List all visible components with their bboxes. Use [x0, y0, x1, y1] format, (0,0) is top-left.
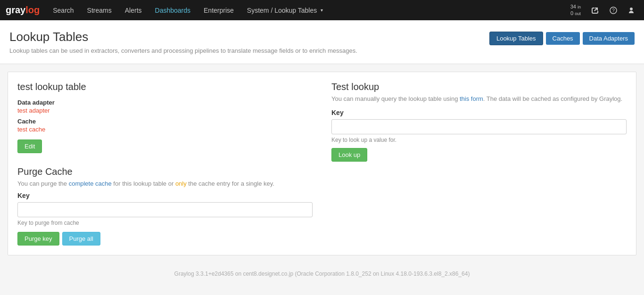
- cache-label: Cache: [17, 118, 313, 125]
- purge-key-input[interactable]: [17, 202, 313, 217]
- nav-dropdown-icon: ▾: [321, 8, 323, 13]
- key-label: Key: [331, 109, 627, 116]
- svg-text:?: ?: [612, 8, 615, 13]
- purge-desc: You can purge the complete cache for thi…: [17, 180, 313, 187]
- cache-section: Cache test cache: [17, 118, 313, 133]
- purge-desc-middle: for this lookup table or: [112, 180, 175, 187]
- nav-dashboards[interactable]: Dashboards: [149, 0, 197, 20]
- footer: Graylog 3.3.1+e2d4365 on cent8.designet.…: [0, 263, 644, 285]
- data-adapters-button[interactable]: Data Adapters: [583, 32, 635, 45]
- nav-search[interactable]: Search: [47, 0, 79, 20]
- header-text: Lookup Tables Lookup tables can be used …: [9, 30, 357, 54]
- navbar-left: graylog Search Streams Alerts Dashboards…: [6, 0, 329, 20]
- nav-counter: 34 in 0 out: [570, 4, 581, 16]
- lookup-desc-prefix: You can manually query the lookup table …: [331, 95, 460, 102]
- logo-log-text: log: [25, 5, 40, 16]
- content-panel: test lookup table Data adapter test adap…: [8, 72, 636, 255]
- purge-desc-suffix: the cache entry for a single key.: [187, 180, 274, 187]
- help-icon[interactable]: ?: [606, 3, 620, 17]
- footer-text: Graylog 3.3.1+e2d4365 on cent8.designet.…: [174, 270, 470, 277]
- right-column: Test lookup You can manually query the l…: [331, 82, 627, 246]
- header-buttons: Lookup Tables Caches Data Adapters: [489, 32, 635, 45]
- purge-cache-section: Purge Cache You can purge the complete c…: [17, 166, 313, 246]
- nav-enterprise[interactable]: Enterprise: [198, 0, 239, 20]
- data-adapter-value[interactable]: test adapter: [17, 107, 313, 114]
- page-header: Lookup Tables Lookup tables can be used …: [0, 20, 644, 64]
- external-link-icon[interactable]: [588, 3, 603, 17]
- navbar: graylog Search Streams Alerts Dashboards…: [0, 0, 644, 20]
- counter-in: 34 in: [570, 4, 581, 10]
- navbar-right: 34 in 0 out ?: [570, 3, 638, 17]
- lookup-key-hint: Key to look up a value for.: [331, 137, 627, 143]
- purge-key-label: Key: [17, 192, 313, 199]
- lookup-tables-button[interactable]: Lookup Tables: [489, 32, 543, 45]
- purge-only-text: only: [175, 180, 187, 187]
- purge-complete-link[interactable]: complete cache: [69, 180, 112, 187]
- edit-button-wrap: Edit: [17, 139, 313, 153]
- purge-all-button[interactable]: Purge all: [62, 232, 100, 246]
- logo-gray-text: gray: [6, 5, 25, 16]
- test-lookup-desc: You can manually query the lookup table …: [331, 95, 627, 102]
- main-content: test lookup table Data adapter test adap…: [0, 64, 644, 263]
- lookup-table-title: test lookup table: [17, 82, 313, 92]
- nav-alerts[interactable]: Alerts: [119, 0, 148, 20]
- two-col-layout: test lookup table Data adapter test adap…: [17, 82, 627, 246]
- purge-key-button[interactable]: Purge key: [17, 232, 59, 246]
- nav-system-label: System / Lookup Tables: [247, 7, 317, 14]
- page-subtitle: Lookup tables can be used in extractors,…: [9, 47, 357, 54]
- purge-buttons: Purge key Purge all: [17, 232, 313, 246]
- lookup-key-input[interactable]: [331, 119, 627, 134]
- purge-key-hint: Key to purge from cache: [17, 220, 313, 226]
- test-lookup-title: Test lookup: [331, 82, 627, 92]
- page-title: Lookup Tables: [9, 30, 357, 44]
- data-adapter-section: Data adapter test adapter: [17, 99, 313, 114]
- left-column: test lookup table Data adapter test adap…: [17, 82, 313, 246]
- nav-system[interactable]: System / Lookup Tables ▾: [241, 0, 329, 20]
- cache-value[interactable]: test cache: [17, 126, 313, 133]
- look-up-button[interactable]: Look up: [331, 148, 367, 162]
- lookup-desc-suffix: . The data will be cached as configured …: [483, 95, 622, 102]
- user-icon[interactable]: [624, 3, 638, 17]
- purge-desc-prefix: You can purge the: [17, 180, 69, 187]
- caches-button[interactable]: Caches: [546, 32, 580, 45]
- nav-streams[interactable]: Streams: [82, 0, 117, 20]
- counter-out: 0 out: [570, 10, 581, 16]
- data-adapter-label: Data adapter: [17, 99, 313, 106]
- this-form-link[interactable]: this form: [460, 95, 483, 102]
- purge-title: Purge Cache: [17, 166, 313, 177]
- logo: graylog: [6, 5, 40, 16]
- edit-button[interactable]: Edit: [17, 139, 42, 153]
